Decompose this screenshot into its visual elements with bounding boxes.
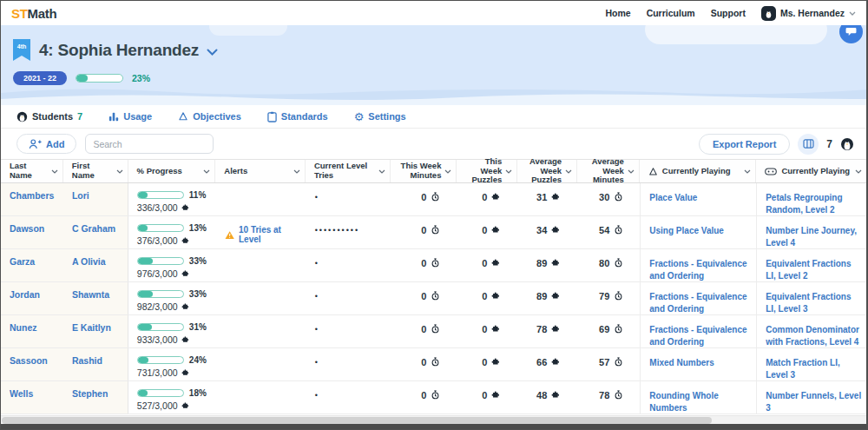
game-link[interactable]: Number Line Journey, Level 4 xyxy=(766,223,862,249)
alert-link[interactable]: 10 Tries at Level xyxy=(239,225,302,244)
objective-link[interactable]: Using Place Value xyxy=(649,223,753,237)
school-year-pill[interactable]: 2021 - 22 xyxy=(13,71,67,85)
game-link[interactable]: Common Denominator with Fractions, Level… xyxy=(766,322,862,348)
puzzle-icon xyxy=(181,335,190,344)
cell-current-level-tries: • xyxy=(306,315,391,347)
tab-students[interactable]: Students 7 xyxy=(16,105,82,128)
tab-objectives[interactable]: Objectives xyxy=(178,105,241,128)
column-header-average-week-minutes[interactable]: Average Week Minutes xyxy=(577,160,640,182)
objective-bell-icon xyxy=(178,111,188,122)
user-menu[interactable]: Ms. Hernandez xyxy=(761,6,856,21)
class-banner: 4th 4: Sophia Hernandez 2021 - 22 23% xyxy=(1,25,866,105)
last-name-link[interactable]: Nunez xyxy=(10,322,37,333)
table-row: Jordan Shawnta 33% 982/3,000 • xyxy=(1,282,866,315)
first-name-link[interactable]: Shawnta xyxy=(72,289,109,300)
st-math-logo[interactable]: STMath xyxy=(11,6,56,21)
nav-home[interactable]: Home xyxy=(605,8,630,18)
warning-icon xyxy=(225,230,234,240)
game-link[interactable]: Equivalent Fractions LI, Level 2 xyxy=(766,256,862,282)
tab-settings[interactable]: ⚙ Settings xyxy=(354,105,406,128)
column-header-currently-playing-objective[interactable]: Currently Playing xyxy=(640,160,757,182)
column-header-current-level-tries[interactable]: Current Level Tries xyxy=(306,160,391,182)
objective-link[interactable]: Place Value xyxy=(649,190,753,204)
column-header-currently-playing-game[interactable]: Currently Playing xyxy=(756,160,866,182)
chevron-down-icon[interactable] xyxy=(203,169,210,174)
game-link[interactable]: Petals Regrouping Random, Level 2 xyxy=(766,190,862,216)
chevron-down-icon[interactable] xyxy=(51,169,58,174)
last-name-link[interactable]: Chambers xyxy=(10,190,54,201)
objective-link[interactable]: Fractions - Equivalence and Ordering xyxy=(649,289,753,315)
top-nav: STMath Home Curriculum Support Ms. Herna… xyxy=(1,1,866,25)
chevron-down-icon[interactable] xyxy=(444,169,451,174)
objective-link[interactable]: Fractions - Equivalence and Ordering xyxy=(649,322,753,348)
cell-first-name: E Kaitlyn xyxy=(63,315,128,347)
game-link[interactable]: Match Fraction LI, Level 3 xyxy=(766,355,862,381)
objective-link[interactable]: Rounding Whole Numbers xyxy=(649,388,753,414)
puzzles-ratio: 336/3,000 xyxy=(137,202,178,213)
add-student-button[interactable]: Add xyxy=(16,134,76,154)
cell-this-week-minutes: 0 xyxy=(391,381,458,413)
cell-currently-playing-game: Common Denominator with Fractions, Level… xyxy=(756,315,866,347)
last-name-link[interactable]: Dawson xyxy=(10,223,44,234)
game-link[interactable]: Equivalent Fractions LI, Level 3 xyxy=(766,289,862,315)
chevron-down-icon[interactable] xyxy=(744,169,751,174)
last-name-link[interactable]: Wells xyxy=(10,388,33,399)
column-header-average-week-puzzles[interactable]: Average Week Puzzles xyxy=(517,160,577,182)
chevron-down-icon[interactable] xyxy=(378,169,385,174)
last-name-link[interactable]: Sassoon xyxy=(10,355,48,366)
chevron-down-icon[interactable] xyxy=(855,169,862,174)
column-header-first-name[interactable]: First Name xyxy=(63,160,128,182)
cell-currently-playing-game: Equivalent Fractions LI, Level 3 xyxy=(756,282,866,314)
cell-progress: 33% 982/3,000 xyxy=(128,282,216,314)
objective-link[interactable]: Fractions - Equivalence and Ordering xyxy=(649,256,753,282)
column-header-last-name[interactable]: Last Name xyxy=(1,160,63,182)
first-name-link[interactable]: C Graham xyxy=(72,223,115,234)
stopwatch-icon xyxy=(614,192,623,202)
user-name: Ms. Hernandez xyxy=(780,8,845,18)
cell-average-week-minutes: 57 xyxy=(578,348,641,380)
first-name-link[interactable]: Lori xyxy=(72,190,89,201)
first-name-link[interactable]: A Olivia xyxy=(72,256,106,267)
cell-this-week-puzzles: 0 xyxy=(457,381,518,413)
cell-first-name: Stephen xyxy=(63,381,128,413)
puzzles-ratio: 976/3,000 xyxy=(137,268,178,279)
class-selector-chevron-icon[interactable] xyxy=(207,49,218,56)
chevron-down-icon xyxy=(849,11,856,16)
scrollbar-thumb[interactable] xyxy=(2,417,712,424)
game-link[interactable]: Number Funnels, Level 3 xyxy=(766,388,862,414)
nav-curriculum[interactable]: Curriculum xyxy=(647,8,695,18)
cell-average-week-minutes: 80 xyxy=(578,249,641,281)
cell-current-level-tries: • xyxy=(306,348,391,380)
tab-usage-label: Usage xyxy=(123,111,152,122)
progress-percent: 24% xyxy=(189,355,207,365)
stopwatch-icon xyxy=(431,390,440,400)
column-header-progress[interactable]: % Progress xyxy=(128,160,216,182)
last-name-link[interactable]: Garza xyxy=(10,256,35,267)
table-row: Garza A Olivia 33% 976/3,000 • xyxy=(1,249,866,282)
last-name-link[interactable]: Jordan xyxy=(10,289,40,300)
horizontal-scrollbar[interactable] xyxy=(1,415,866,424)
search-input[interactable] xyxy=(85,134,214,154)
chevron-down-icon[interactable] xyxy=(628,169,635,174)
tab-usage[interactable]: Usage xyxy=(108,105,152,128)
column-settings-button[interactable] xyxy=(798,134,819,155)
first-name-link[interactable]: E Kaitlyn xyxy=(72,322,111,333)
first-name-link[interactable]: Rashid xyxy=(72,355,102,366)
column-header-this-week-minutes[interactable]: This Week Minutes xyxy=(391,160,457,182)
chevron-down-icon[interactable] xyxy=(293,169,300,174)
first-name-link[interactable]: Stephen xyxy=(72,388,108,399)
puzzle-icon xyxy=(181,269,190,278)
add-person-icon xyxy=(29,138,42,149)
chevron-down-icon[interactable] xyxy=(565,169,572,174)
cell-progress: 24% 731/3,000 xyxy=(128,348,216,380)
export-report-button[interactable]: Export Report xyxy=(699,134,790,155)
class-progress-percent: 23% xyxy=(132,73,150,83)
chevron-down-icon[interactable] xyxy=(116,169,123,174)
column-header-alerts[interactable]: Alerts xyxy=(215,160,306,182)
class-title[interactable]: 4: Sophia Hernandez xyxy=(39,41,218,60)
objective-link[interactable]: Mixed Numbers xyxy=(649,355,753,369)
nav-support[interactable]: Support xyxy=(711,8,746,18)
tab-standards[interactable]: Standards xyxy=(267,105,328,128)
chevron-down-icon[interactable] xyxy=(505,169,512,174)
column-header-this-week-puzzles[interactable]: This Week Puzzles xyxy=(457,160,517,182)
